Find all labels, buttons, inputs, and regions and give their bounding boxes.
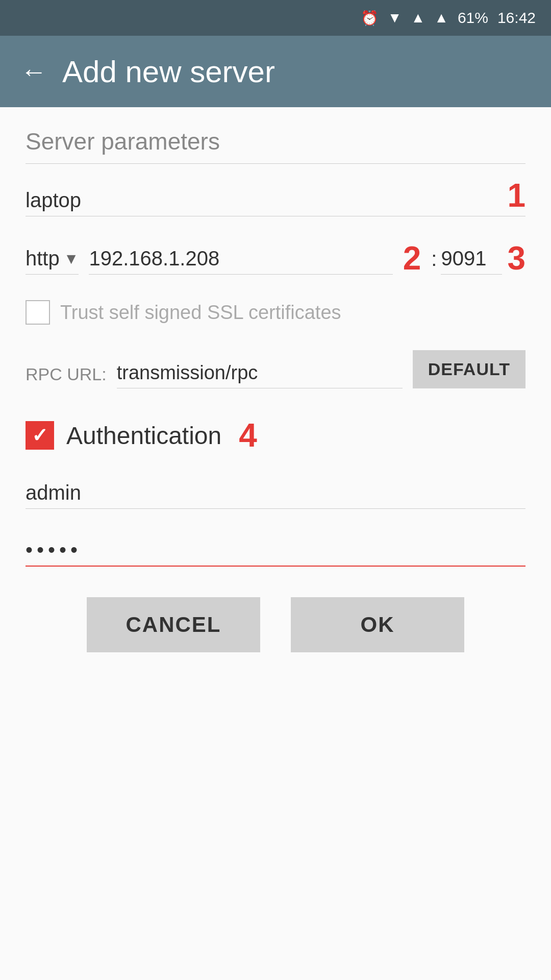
protocol-value: http [26,247,60,270]
buttons-row: CANCEL OK [26,597,525,652]
port-input[interactable] [441,243,502,275]
rpc-row: RPC URL: DEFAULT [26,350,525,388]
name-field-container: laptop 1 [26,179,525,216]
battery-level: 61% [458,9,488,27]
ssl-checkbox-label: Trust self signed SSL certificates [60,302,341,324]
name-field-wrapper: laptop 1 [26,179,525,216]
badge-2: 2 [403,242,421,275]
cancel-button[interactable]: CANCEL [87,597,260,652]
port-colon: : [431,248,437,275]
auth-checkbox[interactable]: ✓ [26,421,54,450]
server-name-value: laptop [26,189,497,212]
port-field-wrapper: 3 [441,242,525,275]
badge-3: 3 [507,242,525,275]
badge-1: 1 [507,179,525,212]
auth-label: Authentication [66,422,221,450]
username-field-container [26,477,525,509]
section-heading: Server parameters [26,128,525,164]
back-button[interactable]: ← [20,58,47,85]
password-field-container [26,534,525,567]
page-title: Add new server [62,54,275,89]
signal-icon-2: ▲ [434,10,448,26]
ssl-checkbox-row: Trust self signed SSL certificates [26,300,525,325]
ok-button[interactable]: OK [291,597,464,652]
time: 16:42 [497,9,536,27]
content: Server parameters laptop 1 http ▼ 2 : 3 [0,107,551,980]
ip-input[interactable] [89,243,392,275]
alarm-icon: ⏰ [361,10,379,27]
auth-row: ✓ Authentication 4 [26,419,525,452]
port-wrapper: : 3 [431,242,525,275]
badge-4: 4 [239,419,257,452]
header: ← Add new server [0,36,551,107]
wifi-icon: ▼ [388,10,402,26]
ssl-checkbox[interactable] [26,300,50,325]
dropdown-arrow-icon: ▼ [64,250,79,267]
protocol-ip-row: http ▼ 2 : 3 [26,242,525,275]
default-button[interactable]: DEFAULT [413,350,525,388]
username-input[interactable] [26,477,525,509]
rpc-label: RPC URL: [26,364,107,388]
protocol-selector[interactable]: http ▼ [26,247,79,275]
checkmark-icon: ✓ [32,424,48,447]
ip-field-wrapper: 2 [89,242,421,275]
status-bar: ⏰ ▼ ▲ ▲ 61% 16:42 [0,0,551,36]
password-input[interactable] [26,534,525,567]
signal-icon-1: ▲ [411,10,425,26]
rpc-input[interactable] [117,358,403,388]
